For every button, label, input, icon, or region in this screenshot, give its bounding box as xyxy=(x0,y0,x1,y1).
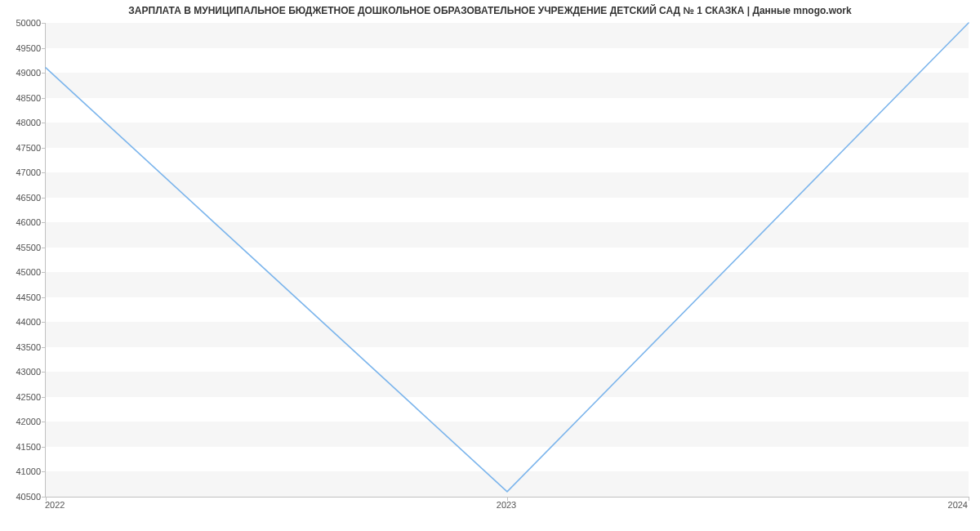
y-tick-label: 46500 xyxy=(5,193,41,203)
y-tick-label: 45000 xyxy=(5,267,41,277)
y-tick-label: 44500 xyxy=(5,292,41,302)
y-tick-label: 44000 xyxy=(5,317,41,327)
y-tick-mark xyxy=(42,272,46,273)
y-tick-mark xyxy=(42,297,46,298)
y-tick-mark xyxy=(42,372,46,373)
chart-title: ЗАРПЛАТА В МУНИЦИПАЛЬНОЕ БЮДЖЕТНОЕ ДОШКО… xyxy=(0,5,980,16)
y-tick-label: 43000 xyxy=(5,367,41,377)
y-tick-mark xyxy=(42,471,46,472)
y-tick-mark xyxy=(42,422,46,422)
y-tick-label: 48500 xyxy=(5,93,41,103)
y-tick-mark xyxy=(42,322,46,323)
y-tick-label: 45500 xyxy=(5,243,41,252)
series-line xyxy=(46,23,969,492)
y-tick-mark xyxy=(42,198,46,199)
y-tick-mark xyxy=(42,48,46,49)
y-tick-label: 46000 xyxy=(5,217,41,227)
y-tick-mark xyxy=(42,98,46,99)
y-tick-label: 42500 xyxy=(5,392,41,402)
y-tick-mark xyxy=(42,172,46,173)
y-tick-label: 48000 xyxy=(5,118,41,127)
y-tick-mark xyxy=(42,73,46,74)
y-tick-label: 49000 xyxy=(5,68,41,78)
y-tick-mark xyxy=(42,248,46,248)
y-tick-mark xyxy=(42,222,46,223)
y-tick-label: 50000 xyxy=(5,18,41,28)
y-tick-label: 47000 xyxy=(5,167,41,177)
y-tick-mark xyxy=(42,123,46,123)
x-tick-label: 2023 xyxy=(497,500,516,510)
y-tick-label: 49500 xyxy=(5,43,41,53)
y-tick-label: 43500 xyxy=(5,342,41,352)
y-tick-label: 41500 xyxy=(5,442,41,452)
y-tick-mark xyxy=(42,347,46,348)
line-chart: ЗАРПЛАТА В МУНИЦИПАЛЬНОЕ БЮДЖЕТНОЕ ДОШКО… xyxy=(0,0,980,531)
y-tick-label: 41000 xyxy=(5,466,41,476)
x-tick-label: 2022 xyxy=(45,500,65,510)
y-tick-label: 40500 xyxy=(5,492,41,502)
x-tick-label: 2024 xyxy=(948,500,968,510)
y-tick-mark xyxy=(42,397,46,398)
x-tick-mark xyxy=(969,497,969,501)
plot-area xyxy=(45,23,969,498)
series-layer xyxy=(46,23,969,497)
y-tick-label: 47500 xyxy=(5,143,41,153)
y-tick-mark xyxy=(42,447,46,448)
y-tick-mark xyxy=(42,23,46,24)
y-tick-label: 42000 xyxy=(5,417,41,426)
y-tick-mark xyxy=(42,148,46,149)
